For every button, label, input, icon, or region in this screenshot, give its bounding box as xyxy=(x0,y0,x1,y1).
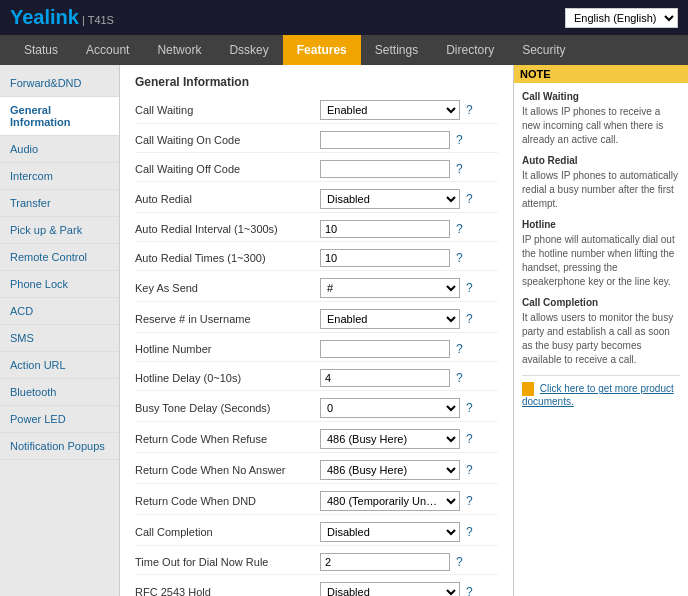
sidebar-item-power-led[interactable]: Power LED xyxy=(0,406,119,433)
tab-status[interactable]: Status xyxy=(10,35,72,65)
help-busy-tone-delay[interactable]: ? xyxy=(466,401,473,415)
input-timeout-dial[interactable] xyxy=(320,553,450,571)
tab-network[interactable]: Network xyxy=(143,35,215,65)
label-call-waiting: Call Waiting xyxy=(135,104,320,116)
help-hotline-delay[interactable]: ? xyxy=(456,371,463,385)
sidebar: Forward&DND General Information Audio In… xyxy=(0,65,120,596)
app-container: Yealink | T41S English (English) Status … xyxy=(0,0,688,596)
select-return-code-dnd[interactable]: 480 (Temporarily Unavail...486 (Busy Her… xyxy=(320,491,460,511)
logo-text: Yealink xyxy=(10,6,79,29)
tab-features[interactable]: Features xyxy=(283,35,361,65)
note-section-call-waiting: Call Waiting It allows IP phones to rece… xyxy=(522,91,680,147)
help-call-completion[interactable]: ? xyxy=(466,525,473,539)
sidebar-item-general-info[interactable]: General Information xyxy=(0,97,119,136)
sidebar-item-transfer[interactable]: Transfer xyxy=(0,190,119,217)
input-auto-redial-interval[interactable] xyxy=(320,220,450,238)
note-text-call-waiting: It allows IP phones to receive a new inc… xyxy=(522,105,680,147)
sidebar-item-acd[interactable]: ACD xyxy=(0,298,119,325)
label-call-waiting-on-code: Call Waiting On Code xyxy=(135,134,320,146)
select-busy-tone-delay[interactable]: 012 xyxy=(320,398,460,418)
label-return-code-no-answer: Return Code When No Answer xyxy=(135,464,320,476)
note-title: NOTE xyxy=(514,65,688,83)
input-call-waiting-on-code[interactable] xyxy=(320,131,450,149)
row-auto-redial-interval: Auto Redial Interval (1~300s) ? xyxy=(135,217,498,242)
row-reserve-hash: Reserve # in Username EnabledDisabled ? xyxy=(135,306,498,333)
row-call-completion: Call Completion DisabledEnabled ? xyxy=(135,519,498,546)
help-rfc2543[interactable]: ? xyxy=(466,585,473,596)
help-return-code-no-answer[interactable]: ? xyxy=(466,463,473,477)
sidebar-item-sms[interactable]: SMS xyxy=(0,325,119,352)
tab-dsskey[interactable]: Dsskey xyxy=(215,35,282,65)
select-rfc2543[interactable]: DisabledEnabled xyxy=(320,582,460,596)
note-text-hotline: IP phone will automatically dial out the… xyxy=(522,233,680,289)
select-auto-redial[interactable]: DisabledEnabled xyxy=(320,189,460,209)
help-auto-redial-times[interactable]: ? xyxy=(456,251,463,265)
help-auto-redial-interval[interactable]: ? xyxy=(456,222,463,236)
row-auto-redial-times: Auto Redial Times (1~300) ? xyxy=(135,246,498,271)
label-call-waiting-off-code: Call Waiting Off Code xyxy=(135,163,320,175)
tab-directory[interactable]: Directory xyxy=(432,35,508,65)
row-busy-tone-delay: Busy Tone Delay (Seconds) 012 ? xyxy=(135,395,498,422)
help-call-waiting[interactable]: ? xyxy=(466,103,473,117)
label-return-code-refuse: Return Code When Refuse xyxy=(135,433,320,445)
note-section-auto-redial: Auto Redial It allows IP phones to autom… xyxy=(522,155,680,211)
select-call-waiting[interactable]: EnabledDisabled xyxy=(320,100,460,120)
select-key-as-send[interactable]: #* xyxy=(320,278,460,298)
help-auto-redial[interactable]: ? xyxy=(466,192,473,206)
help-call-waiting-off-code[interactable]: ? xyxy=(456,162,463,176)
help-return-code-refuse[interactable]: ? xyxy=(466,432,473,446)
help-return-code-dnd[interactable]: ? xyxy=(466,494,473,508)
row-timeout-dial: Time Out for Dial Now Rule ? xyxy=(135,550,498,575)
note-text-auto-redial: It allows IP phones to automatically red… xyxy=(522,169,680,211)
select-return-code-no-answer[interactable]: 486 (Busy Here)480 (Temporarily Unavaila… xyxy=(320,460,460,480)
row-return-code-refuse: Return Code When Refuse 486 (Busy Here)4… xyxy=(135,426,498,453)
note-heading-call-waiting: Call Waiting xyxy=(522,91,680,102)
help-hotline-number[interactable]: ? xyxy=(456,342,463,356)
sidebar-item-bluetooth[interactable]: Bluetooth xyxy=(0,379,119,406)
help-reserve-hash[interactable]: ? xyxy=(466,312,473,326)
sidebar-item-notification-popups[interactable]: Notification Popups xyxy=(0,433,119,460)
help-call-waiting-on-code[interactable]: ? xyxy=(456,133,463,147)
tab-settings[interactable]: Settings xyxy=(361,35,432,65)
input-hotline-delay[interactable] xyxy=(320,369,450,387)
input-call-waiting-off-code[interactable] xyxy=(320,160,450,178)
input-auto-redial-times[interactable] xyxy=(320,249,450,267)
select-reserve-hash[interactable]: EnabledDisabled xyxy=(320,309,460,329)
sidebar-item-pick-up-park[interactable]: Pick up & Park xyxy=(0,217,119,244)
label-hotline-number: Hotline Number xyxy=(135,343,320,355)
help-timeout-dial[interactable]: ? xyxy=(456,555,463,569)
tab-account[interactable]: Account xyxy=(72,35,143,65)
label-return-code-dnd: Return Code When DND xyxy=(135,495,320,507)
sidebar-item-intercom[interactable]: Intercom xyxy=(0,163,119,190)
language-select[interactable]: English (English) xyxy=(565,8,678,28)
input-hotline-number[interactable] xyxy=(320,340,450,358)
sidebar-item-audio[interactable]: Audio xyxy=(0,136,119,163)
logo: Yealink | T41S xyxy=(10,6,114,29)
row-key-as-send: Key As Send #* ? xyxy=(135,275,498,302)
sidebar-item-phone-lock[interactable]: Phone Lock xyxy=(0,271,119,298)
label-call-completion: Call Completion xyxy=(135,526,320,538)
select-return-code-refuse[interactable]: 486 (Busy Here)480 (Temporarily Unavaila… xyxy=(320,429,460,449)
doc-icon xyxy=(522,382,534,396)
note-doc-section: Click here to get more product documents… xyxy=(522,375,680,407)
row-auto-redial: Auto Redial DisabledEnabled ? xyxy=(135,186,498,213)
help-key-as-send[interactable]: ? xyxy=(466,281,473,295)
note-section-call-completion: Call Completion It allows users to monit… xyxy=(522,297,680,367)
row-return-code-dnd: Return Code When DND 480 (Temporarily Un… xyxy=(135,488,498,515)
select-call-completion[interactable]: DisabledEnabled xyxy=(320,522,460,542)
note-text-call-completion: It allows users to monitor the busy part… xyxy=(522,311,680,367)
label-auto-redial-interval: Auto Redial Interval (1~300s) xyxy=(135,223,320,235)
row-rfc2543: RFC 2543 Hold DisabledEnabled ? xyxy=(135,579,498,596)
sidebar-item-forward-dnd[interactable]: Forward&DND xyxy=(0,70,119,97)
tab-security[interactable]: Security xyxy=(508,35,579,65)
sidebar-item-action-url[interactable]: Action URL xyxy=(0,352,119,379)
row-hotline-number: Hotline Number ? xyxy=(135,337,498,362)
note-panel: NOTE Call Waiting It allows IP phones to… xyxy=(513,65,688,596)
row-call-waiting-off-code: Call Waiting Off Code ? xyxy=(135,157,498,182)
label-busy-tone-delay: Busy Tone Delay (Seconds) xyxy=(135,402,320,414)
content-area: General Information Call Waiting Enabled… xyxy=(120,65,513,596)
row-return-code-no-answer: Return Code When No Answer 486 (Busy Her… xyxy=(135,457,498,484)
header: Yealink | T41S English (English) xyxy=(0,0,688,35)
sidebar-item-remote-control[interactable]: Remote Control xyxy=(0,244,119,271)
doc-link[interactable]: Click here to get more product documents… xyxy=(522,383,674,407)
